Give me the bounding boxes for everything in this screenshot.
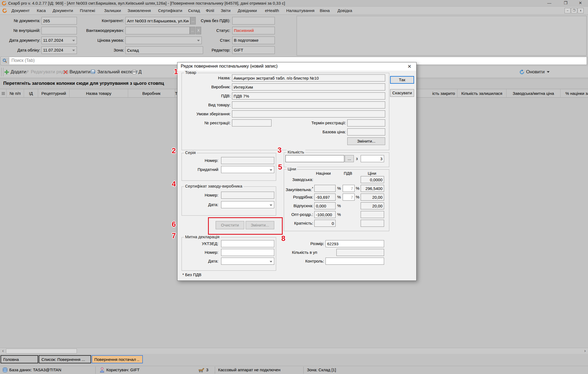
tab-return-supplier[interactable]: Повернення постачал .. — [92, 355, 143, 363]
chevron-down-icon[interactable] — [270, 169, 272, 171]
chevron-down-icon[interactable] — [72, 40, 75, 41]
menu-kasa[interactable]: Каса — [34, 8, 49, 14]
kilkist-total-field[interactable] — [361, 155, 384, 162]
internal-number-field[interactable] — [41, 27, 77, 34]
base-price-field[interactable] — [347, 128, 385, 135]
mdi-restore-button[interactable]: ❐ — [571, 8, 577, 13]
menu-payments[interactable]: Платежі — [77, 8, 98, 14]
menu-help[interactable]: Довідка — [335, 8, 355, 14]
contragent-field[interactable] — [125, 17, 190, 25]
menu-certificates[interactable]: Сертифікати — [155, 8, 185, 14]
vidpuskna-price-field[interactable] — [361, 202, 384, 209]
control-field[interactable] — [325, 258, 384, 265]
doc-date-combo[interactable]: 11.07.2024 — [41, 37, 77, 44]
qty-pack-field[interactable] — [336, 249, 384, 256]
column-header-factory-price[interactable]: Заводська/митна ціна — [506, 89, 560, 98]
column-header-recept[interactable]: Рецептурний — [38, 89, 70, 98]
close-button[interactable]: ✕ — [574, 0, 586, 6]
tovar-storage-field[interactable] — [232, 110, 385, 117]
menu-sklad[interactable]: Склад — [185, 8, 203, 14]
tovar-kind-field[interactable] — [232, 101, 385, 108]
certificate-number-field[interactable] — [221, 192, 274, 199]
customs-date-combo[interactable] — [221, 258, 274, 265]
zakup-markup-field[interactable] — [314, 185, 336, 192]
customs-number-field[interactable] — [221, 249, 274, 256]
zakup-vat-field[interactable] — [343, 185, 355, 192]
menu-orders[interactable]: Замовлення — [125, 8, 153, 14]
kilkist-input[interactable] — [285, 155, 344, 162]
kratnist-price-field[interactable] — [361, 220, 384, 227]
doc-number-field[interactable] — [41, 17, 77, 25]
cancel-button[interactable]: Скасувати — [390, 89, 414, 97]
dialog-title-bar[interactable]: Рядок повернення постачальнику (новий за… — [177, 62, 416, 71]
menu-directories[interactable]: Довідники — [235, 8, 260, 14]
menu-documents[interactable]: Документи — [50, 8, 76, 14]
tovar-manufacturer-label: Виробник: — [183, 83, 231, 91]
menu-stock[interactable]: Залишки — [101, 8, 124, 14]
menu-filii[interactable]: Філії — [203, 8, 217, 14]
row-grip-icon[interactable] — [0, 89, 7, 98]
tovar-change-button[interactable]: Змінити... — [347, 137, 385, 145]
toolbar-grip[interactable] — [1, 68, 4, 76]
rozdribna-markup-field[interactable] — [314, 194, 336, 201]
column-header-manufacturer[interactable]: Виробник — [128, 89, 175, 98]
menu-settings[interactable]: Налаштування — [284, 8, 317, 14]
tovar-manufacturer-field[interactable] — [232, 83, 385, 91]
print-button[interactable]: Д — [132, 68, 142, 76]
menu-reports[interactable]: Звіти — [218, 8, 233, 14]
kratnist-field[interactable] — [314, 220, 336, 227]
size-field[interactable] — [325, 240, 384, 247]
column-header-npp[interactable]: № п/п — [7, 89, 24, 98]
account-date-combo[interactable]: 11.07.2024 — [41, 46, 77, 54]
chevron-down-icon[interactable] — [72, 50, 75, 51]
opt-markup-field[interactable] — [314, 211, 336, 218]
cash-register-icon — [198, 367, 204, 372]
column-header-markup-partial[interactable]: % націнки за — [560, 89, 588, 98]
menu-document[interactable]: Документ — [9, 8, 32, 14]
export-button[interactable]: Загальний експорт — [91, 68, 138, 76]
seriya-valid-combo[interactable] — [221, 166, 274, 173]
mdi-minimize-button[interactable]: – — [565, 8, 571, 13]
edit-row-button[interactable]: Редагувати рядок — [25, 68, 69, 76]
consignee-field[interactable] — [125, 27, 190, 34]
minimize-button[interactable]: — — [543, 0, 555, 6]
rozdribna-price-field[interactable] — [361, 194, 384, 201]
tab-golovna[interactable]: Головна — [1, 355, 38, 363]
column-header-name[interactable]: Назва товару — [70, 89, 128, 98]
horizontal-scrollbar[interactable]: ‹ › — [0, 348, 588, 354]
column-header-id[interactable]: ІД — [24, 89, 38, 98]
tab-list-return[interactable]: Список: Повернення ... — [39, 355, 91, 363]
zakup-price-field[interactable] — [361, 185, 384, 192]
chevron-down-icon[interactable] — [270, 204, 272, 206]
tovar-name-field[interactable] — [232, 74, 385, 82]
refresh-button[interactable]: Оновити — [519, 68, 550, 76]
maximize-button[interactable]: ❐ — [560, 0, 572, 6]
sum-no-vat-field[interactable] — [232, 17, 275, 25]
document-tab-bar: Головна Список: Повернення ... Поверненн… — [0, 354, 588, 365]
scrollbar-thumb[interactable] — [6, 349, 77, 354]
menu-windows[interactable]: Вікна — [317, 8, 333, 14]
reg-term-field[interactable] — [347, 119, 385, 126]
certificate-date-combo[interactable] — [221, 201, 274, 208]
add-button[interactable]: Додати — [4, 68, 26, 76]
price-zavodska-field[interactable] — [361, 176, 384, 183]
uktzed-field[interactable] — [221, 240, 274, 247]
chevron-down-icon[interactable] — [270, 261, 272, 263]
rozdribna-vat-field[interactable] — [343, 194, 355, 201]
mdi-close-button[interactable]: x — [578, 8, 584, 13]
dialog-close-icon[interactable]: ✕ — [406, 64, 412, 70]
tovar-vat-field[interactable] — [232, 92, 385, 99]
scroll-left-arrow[interactable]: ‹ — [0, 348, 6, 354]
reg-number-field[interactable] — [232, 119, 272, 126]
opt-price-field[interactable] — [361, 211, 384, 218]
scroll-right-arrow[interactable]: › — [582, 348, 588, 354]
vidpuskna-markup-field[interactable] — [314, 202, 336, 209]
seriya-number-field[interactable] — [221, 157, 274, 164]
kilkist-browse-button[interactable]: ... — [345, 155, 354, 162]
column-header-closed-partial[interactable]: ість закрито — [417, 89, 457, 98]
menu-ehealth[interactable]: eHealth — [262, 8, 282, 14]
price-condition-combo[interactable] — [125, 37, 202, 44]
ok-button[interactable]: Так — [390, 76, 414, 84]
return-row-dialog: Рядок повернення постачальнику (новий за… — [177, 62, 417, 281]
column-header-remaining[interactable]: Кількість залишилася — [457, 89, 506, 98]
